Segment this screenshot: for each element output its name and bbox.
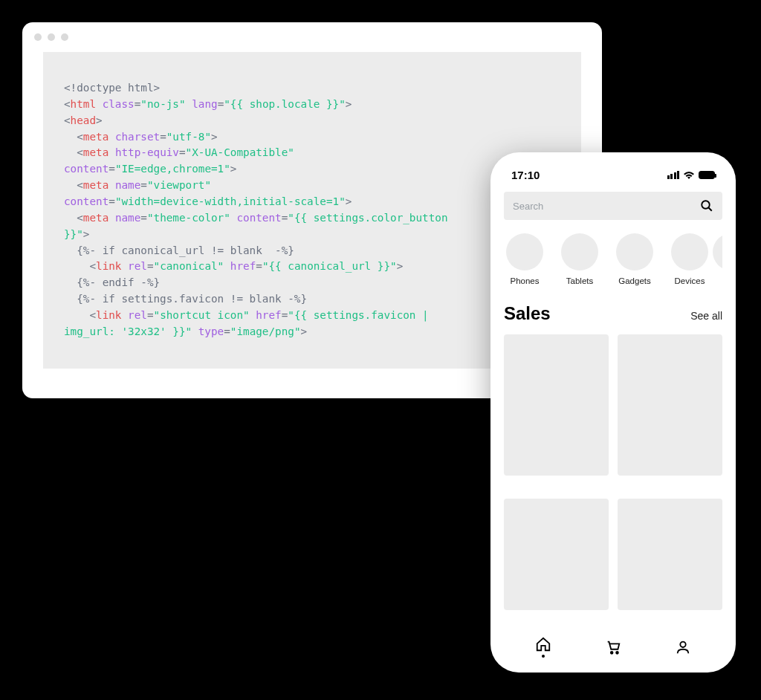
product-card[interactable] xyxy=(618,499,722,610)
code-line: <meta http-equiv="X-UA-Compatible" xyxy=(64,145,560,161)
tab-bar xyxy=(504,624,722,661)
clock: 17:10 xyxy=(511,169,540,181)
code-line: <link rel="canonical" href="{{ canonical… xyxy=(64,259,560,275)
category-avatar xyxy=(671,233,708,270)
status-icons xyxy=(667,171,716,180)
svg-point-4 xyxy=(680,641,685,646)
category-label: Gadgets xyxy=(618,276,650,285)
code-line: <meta name="theme-color" content="{{ set… xyxy=(64,210,560,227)
product-grid xyxy=(504,334,722,624)
category-label: Tablets xyxy=(566,276,593,285)
tab-cart[interactable] xyxy=(605,639,621,655)
phone-frame: 17:10 Search PhonesTabletsGadgetsDevices… xyxy=(490,152,736,673)
category-avatar xyxy=(616,233,653,270)
code-line: {%- endif -%} xyxy=(64,275,560,291)
svg-point-3 xyxy=(616,651,618,653)
battery-icon xyxy=(699,171,715,179)
category-avatar xyxy=(713,233,722,270)
search-input[interactable]: Search xyxy=(504,192,722,220)
code-line: content="IE=edge,chrome=1"> xyxy=(64,161,560,178)
status-bar: 17:10 xyxy=(504,169,722,192)
active-indicator xyxy=(542,655,545,658)
svg-line-1 xyxy=(708,207,712,211)
code-line: <meta name="viewport" xyxy=(64,178,560,194)
minimize-icon[interactable] xyxy=(48,33,55,41)
close-icon[interactable] xyxy=(34,33,42,41)
section-title: Sales xyxy=(504,303,551,324)
code-line: {%- if settings.favicon != blank -%} xyxy=(64,291,560,308)
code-line: {%- if canonical_url != blank -%} xyxy=(64,243,560,259)
category-item[interactable]: Phones xyxy=(504,233,545,285)
search-placeholder: Search xyxy=(513,201,543,212)
category-item[interactable]: Tablets xyxy=(559,233,600,285)
category-label: Devices xyxy=(675,276,705,285)
svg-point-2 xyxy=(611,651,613,653)
search-icon xyxy=(700,199,713,213)
window-titlebar xyxy=(22,22,602,52)
code-line: }}"> xyxy=(64,227,560,243)
category-row[interactable]: PhonesTabletsGadgetsDevicesCa xyxy=(504,233,722,285)
code-line: content="width=device-width,initial-scal… xyxy=(64,194,560,210)
category-avatar xyxy=(506,233,543,270)
product-card[interactable] xyxy=(504,334,609,476)
category-avatar xyxy=(561,233,598,270)
code-line: <html class="no-js" lang="{{ shop.locale… xyxy=(64,97,560,113)
product-card[interactable] xyxy=(618,334,722,476)
tab-home[interactable] xyxy=(535,636,551,658)
home-icon xyxy=(535,636,551,652)
user-icon xyxy=(675,639,691,655)
maximize-icon[interactable] xyxy=(61,33,68,41)
cart-icon xyxy=(605,639,621,655)
signal-icon xyxy=(667,171,680,179)
category-label: Phones xyxy=(510,276,539,285)
tab-profile[interactable] xyxy=(675,639,691,655)
svg-point-0 xyxy=(702,201,710,209)
product-card[interactable] xyxy=(504,499,609,610)
category-item[interactable]: Devices xyxy=(669,233,710,285)
code-line: <meta charset="utf-8"> xyxy=(64,129,560,146)
category-item[interactable]: Gadgets xyxy=(614,233,655,285)
code-line: img_url: '32x32' }}" type="image/png"> xyxy=(64,324,560,340)
code-line: <link rel="shortcut icon" href="{{ setti… xyxy=(64,308,560,324)
code-line: <!doctype html> xyxy=(64,80,560,97)
section-header: Sales See all xyxy=(504,303,722,324)
see-all-link[interactable]: See all xyxy=(690,310,722,322)
code-line: <head> xyxy=(64,113,560,129)
wifi-icon xyxy=(683,171,695,180)
